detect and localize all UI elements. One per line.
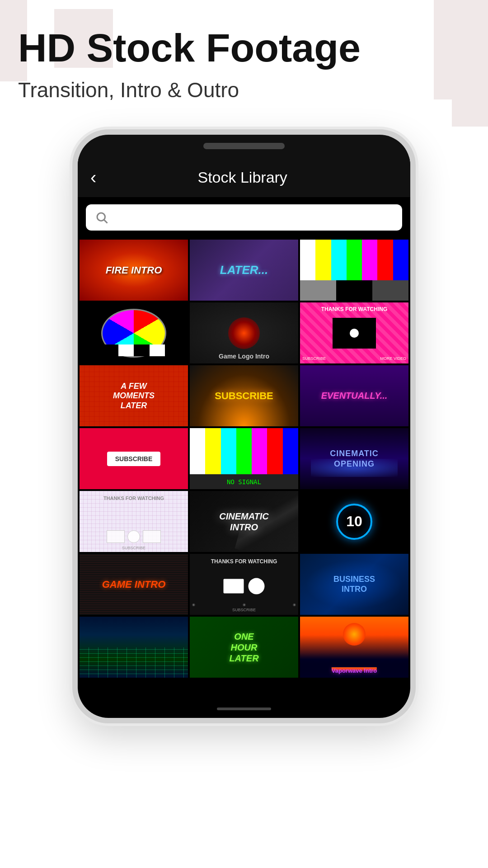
no-signal-bars <box>190 428 298 474</box>
hero-title: HD Stock Footage <box>18 27 470 69</box>
tile-label-fire-intro: FIRE INTRO <box>106 264 162 276</box>
cb-black <box>336 280 372 301</box>
tile-label-few-moments: A FEWMOMENTSLATER <box>113 382 155 411</box>
grid-item-color-bars[interactable] <box>300 240 408 301</box>
no-signal-label: NO SIGNAL <box>190 474 298 490</box>
thanks-subscribe-text: SUBSCRIBE <box>232 608 256 612</box>
notch-bar <box>203 143 285 149</box>
back-button[interactable]: ‹ <box>90 168 96 186</box>
thanks-grid-text: THANKS FOR WATCHING <box>103 495 164 501</box>
app-header: ‹ Stock Library <box>78 157 410 197</box>
grid-item-retro[interactable] <box>80 617 188 678</box>
tile-label-later: LATER... <box>220 263 268 277</box>
sub-text-grid: SUBSCRIBE <box>122 546 145 550</box>
home-bar <box>217 708 271 710</box>
grid-item-vaporwave[interactable]: Vaporwave Intro <box>300 617 408 678</box>
tile-label-thanks-pink: THANKS FOR WATCHING <box>321 306 387 312</box>
tile-label-vaporwave: Vaporwave Intro <box>332 667 377 674</box>
color-bar-white <box>300 240 315 280</box>
grid-item-thanks-pink[interactable]: THANKS FOR WATCHING SUBSCRIBE MORE VIDEO <box>300 302 408 363</box>
tile-label-game-intro: GAME INTRO <box>102 579 166 590</box>
color-bars-top <box>300 240 408 280</box>
grid-item-countdown[interactable]: 10 <box>300 491 408 552</box>
tile-label-cinematic-opening: CINEMATICOPENING <box>330 448 379 470</box>
tile-label-business-intro: BUSINESSINTRO <box>333 575 375 594</box>
thanks-dot <box>350 329 359 338</box>
tile-label-game-logo: Game Logo Intro <box>219 353 269 360</box>
color-bar-red <box>377 240 393 280</box>
tw-social1: ◉ <box>192 603 195 607</box>
color-bars-bottom <box>300 280 408 301</box>
grid-item-cinematic-intro[interactable]: CINEMATICINTRO <box>190 491 298 552</box>
screen-title: Stock Library <box>105 169 380 186</box>
color-bar-green <box>347 240 362 280</box>
tg-box-1 <box>107 530 125 543</box>
phone-notch <box>78 135 410 157</box>
color-bar-cyan <box>331 240 347 280</box>
color-bar-yellow <box>315 240 331 280</box>
svg-line-1 <box>104 220 108 223</box>
thanks-center-box <box>333 318 376 349</box>
test-bottom-bars <box>103 344 165 356</box>
phone-wrapper: ‹ Stock Library FIRE INTRO <box>0 129 488 750</box>
game-logo-glow <box>228 317 260 349</box>
tg-box-2 <box>143 530 161 543</box>
sub-label-right: MORE VIDEO <box>380 356 406 361</box>
grid-item-game-intro[interactable]: GAME INTRO <box>80 554 188 615</box>
grid-item-subscribe-red[interactable]: SUBSCRIBE <box>80 428 188 489</box>
phone-bottom <box>78 700 410 718</box>
app-screen: ‹ Stock Library FIRE INTRO <box>78 157 410 700</box>
tile-label-one-hour: ONEHOURLATER <box>229 631 258 664</box>
search-bar[interactable] <box>86 204 402 231</box>
content-grid: FIRE INTRO LATER... <box>78 238 410 679</box>
tile-label-eventually: EVENTUALLY... <box>321 391 388 401</box>
tw-circle <box>249 578 265 594</box>
tw-social3: ◉ <box>293 603 296 607</box>
sub-label-left: SUBSCRIBE <box>302 356 326 361</box>
tw-social2: ◉ <box>243 603 246 607</box>
phone-mockup: ‹ Stock Library FIRE INTRO <box>72 129 416 723</box>
grid-item-game-logo[interactable]: Game Logo Intro <box>190 302 298 363</box>
color-bar-blue <box>393 240 408 280</box>
grid-item-business-intro[interactable]: BUSINESSINTRO <box>300 554 408 615</box>
retro-grid-lines <box>80 647 188 678</box>
grid-item-later[interactable]: LATER... <box>190 240 298 301</box>
color-bar-magenta <box>362 240 377 280</box>
grid-item-few-moments[interactable]: A FEWMOMENTSLATER <box>80 365 188 426</box>
search-input[interactable] <box>115 211 393 224</box>
cb-dk <box>372 280 408 301</box>
test-circle <box>101 309 166 358</box>
thanks-grid-boxes <box>107 530 161 543</box>
thanks-watch-boxes <box>224 578 265 594</box>
grid-item-subscribe-fire[interactable]: SUBSCRIBE <box>190 365 298 426</box>
countdown-number: 10 <box>346 513 362 530</box>
subscribe-button[interactable]: SUBSCRIBE <box>107 452 160 466</box>
tg-circle <box>127 530 140 543</box>
cb-gray <box>300 280 336 301</box>
grid-item-cinematic-opening[interactable]: CINEMATICOPENING <box>300 428 408 489</box>
search-icon <box>95 211 108 224</box>
grid-item-fire-intro[interactable]: FIRE INTRO <box>80 240 188 301</box>
grid-item-one-hour[interactable]: ONEHOURLATER <box>190 617 298 678</box>
grid-item-thanks-watch[interactable]: THANKS FOR WATCHING SUBSCRIBE ◉ ◉ ◉ <box>190 554 298 615</box>
vaporwave-sun <box>343 623 366 646</box>
hero-section: HD Stock Footage Transition, Intro & Out… <box>0 0 488 111</box>
tw-box <box>224 579 244 593</box>
svg-point-0 <box>97 213 105 221</box>
grid-item-no-signal[interactable]: NO SIGNAL <box>190 428 298 489</box>
thanks-watch-label: THANKS FOR WATCHING <box>211 558 277 565</box>
countdown-circle: 10 <box>336 504 372 540</box>
grid-item-eventually[interactable]: EVENTUALLY... <box>300 365 408 426</box>
grid-item-thanks-grid[interactable]: THANKS FOR WATCHING SUBSCRIBE <box>80 491 188 552</box>
tile-label-cinematic-intro: CINEMATICINTRO <box>219 511 269 533</box>
grid-item-test-pattern[interactable] <box>80 302 188 363</box>
hero-subtitle: Transition, Intro & Outro <box>18 78 470 102</box>
tile-label-subscribe-fire: SUBSCRIBE <box>215 390 273 402</box>
